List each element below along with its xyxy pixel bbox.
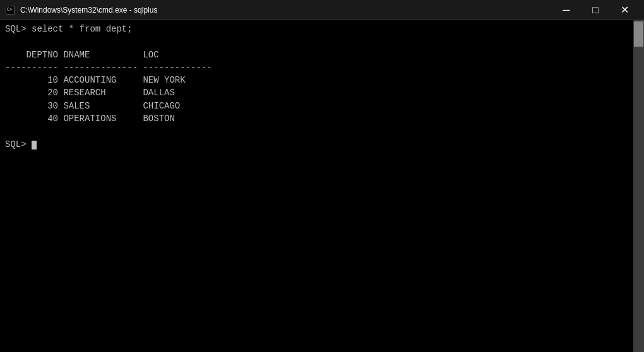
- command-line: SQL> select * from dept;: [5, 23, 628, 35]
- titlebar-left: C:\Windows\System32\cmd.exe - sqlplus: [5, 5, 157, 15]
- column-header: DEPTNO DNAME LOC: [5, 49, 628, 61]
- row-3: 30 SALES CHICAGO: [5, 100, 628, 112]
- scrollbar[interactable]: [633, 20, 644, 352]
- cursor: [32, 141, 37, 150]
- minimize-button[interactable]: ─: [552, 0, 581, 20]
- terminal-content[interactable]: SQL> select * from dept; DEPTNO DNAME LO…: [0, 20, 633, 352]
- cmd-icon: [5, 5, 15, 15]
- titlebar-controls: ─ □ ✕: [552, 0, 639, 20]
- prompt-line: SQL>: [5, 138, 628, 151]
- titlebar-title: C:\Windows\System32\cmd.exe - sqlplus: [20, 6, 157, 15]
- scroll-thumb[interactable]: [634, 21, 643, 47]
- empty-line-1: [5, 35, 628, 48]
- row-1: 10 ACCOUNTING NEW YORK: [5, 74, 628, 86]
- row-2: 20 RESEARCH DALLAS: [5, 86, 628, 99]
- titlebar: C:\Windows\System32\cmd.exe - sqlplus ─ …: [0, 0, 644, 20]
- close-button[interactable]: ✕: [610, 0, 639, 20]
- column-separator: ---------- -------------- -------------: [5, 61, 628, 74]
- empty-line-2: [5, 125, 628, 138]
- maximize-button[interactable]: □: [581, 0, 610, 20]
- row-4: 40 OPERATIONS BOSTON: [5, 112, 628, 125]
- terminal: SQL> select * from dept; DEPTNO DNAME LO…: [0, 20, 644, 352]
